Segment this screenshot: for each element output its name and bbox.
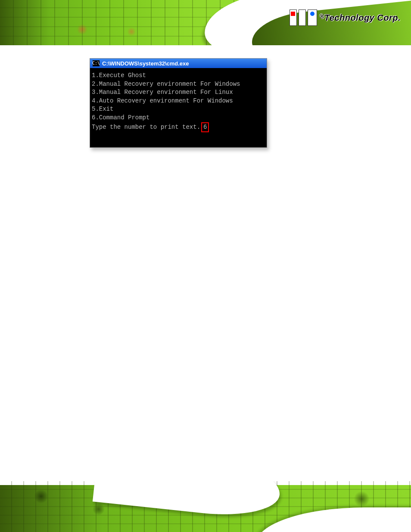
brand-logo-icon bbox=[290, 9, 317, 26]
menu-line-6: 6.Command Prompt bbox=[92, 114, 149, 121]
page-header-band: ®Technology Corp. bbox=[0, 0, 411, 45]
menu-line-4: 4.Auto Recovery environment For Windows bbox=[92, 97, 233, 104]
page-footer-band bbox=[0, 481, 411, 532]
logo-bar-blue bbox=[308, 9, 317, 26]
window-titlebar[interactable]: C:\ C:\WINDOWS\system32\cmd.exe bbox=[90, 59, 267, 68]
titlebar-underline bbox=[90, 68, 267, 68]
brand-name: Technology Corp. bbox=[324, 13, 401, 22]
menu-line-2: 2.Manual Recovery environment For Window… bbox=[92, 81, 240, 87]
brand-block: ®Technology Corp. bbox=[290, 9, 401, 26]
prompt-text: Type the number to print text. bbox=[92, 124, 200, 131]
window-title: C:\WINDOWS\system32\cmd.exe bbox=[102, 61, 189, 66]
cmd-window: C:\ C:\WINDOWS\system32\cmd.exe 1.Execut… bbox=[90, 58, 267, 148]
brand-text: ®Technology Corp. bbox=[320, 13, 401, 23]
registered-mark: ® bbox=[320, 13, 324, 20]
prompt-input-value[interactable]: 6 bbox=[201, 122, 209, 133]
terminal-output[interactable]: 1.Execute Ghost 2.Manual Recovery enviro… bbox=[90, 68, 267, 147]
cmd-window-icon: C:\ bbox=[93, 60, 100, 66]
logo-bar-red bbox=[290, 9, 297, 26]
menu-line-1: 1.Execute Ghost bbox=[92, 72, 146, 79]
menu-line-3: 3.Manual Recovery environment For Linux bbox=[92, 89, 233, 96]
logo-bar-mid bbox=[299, 9, 306, 26]
menu-line-5: 5.Exit bbox=[92, 106, 113, 112]
